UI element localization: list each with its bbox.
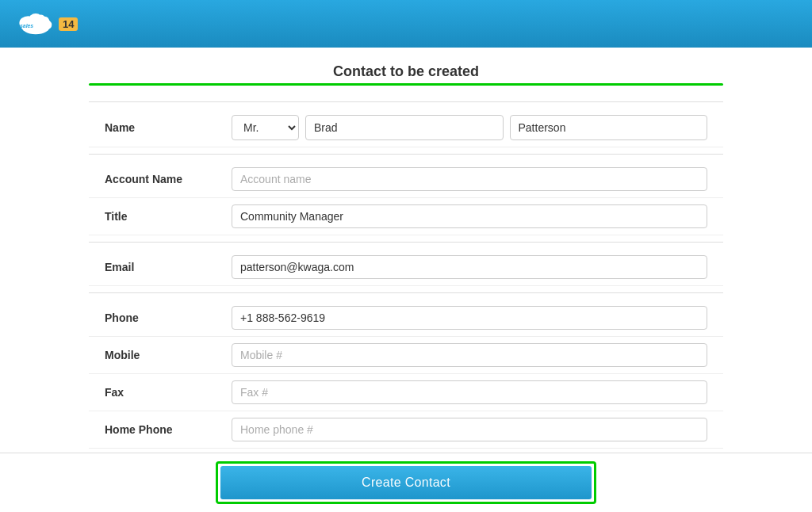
mobile-input[interactable] [232,343,707,367]
home-phone-fields [232,418,707,441]
home-phone-row: Home Phone [89,411,723,449]
phone-fields [232,306,707,330]
title-row: Title [89,198,723,235]
phone-row: Phone [89,300,723,337]
fax-row: Fax [89,374,723,411]
logo-badge: 14 [59,17,78,31]
phone-input[interactable] [232,306,707,330]
create-btn-wrapper: Create Contact [216,461,596,504]
mobile-fields [232,343,707,367]
mobile-row: Mobile [89,337,723,374]
title-label: Title [105,210,232,223]
top-divider [89,101,723,102]
account-name-label: Account Name [105,173,232,185]
title-underline [89,83,723,86]
home-phone-input[interactable] [232,418,707,441]
salutation-select[interactable]: Mr. Ms. Mrs. Dr. Prof. [232,115,299,140]
email-label: Email [105,261,232,273]
account-name-row: Account Name [89,161,723,198]
create-contact-button[interactable]: Create Contact [220,466,592,499]
last-name-input[interactable] [510,115,708,140]
button-container: Create Contact [0,453,812,512]
salesforce-logo-icon: sales force [16,10,56,38]
email-input[interactable] [232,255,707,279]
divider-3 [89,292,723,293]
fax-fields [232,380,707,404]
main-content: Contact to be created Name Mr. Ms. Mrs. … [89,48,723,512]
app-header: sales force 14 [0,0,812,48]
account-name-input[interactable] [232,167,707,191]
name-fields: Mr. Ms. Mrs. Dr. Prof. [232,115,707,140]
logo: sales force 14 [13,10,78,38]
home-phone-label: Home Phone [105,423,232,436]
email-fields [232,255,707,279]
page-title: Contact to be created [333,63,479,80]
name-row: Name Mr. Ms. Mrs. Dr. Prof. [89,109,723,147]
title-input[interactable] [232,204,707,228]
mobile-label: Mobile [105,349,232,361]
svg-text:sales: sales [20,22,33,28]
email-row: Email [89,249,723,286]
phone-label: Phone [105,311,232,324]
name-label: Name [105,121,232,134]
fax-label: Fax [105,386,232,399]
page-title-container: Contact to be created [89,63,723,86]
account-name-fields [232,167,707,191]
divider-1 [89,154,723,155]
title-fields [232,204,707,228]
fax-input[interactable] [232,380,707,404]
svg-text:force: force [36,22,50,28]
divider-2 [89,242,723,243]
first-name-input[interactable] [305,115,504,140]
